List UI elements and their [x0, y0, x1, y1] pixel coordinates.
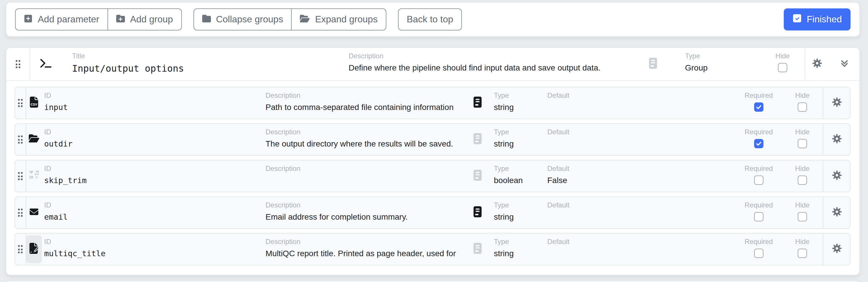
type-value[interactable]: string [494, 249, 542, 258]
parameter-row-outdir: IDoutdir DescriptionThe output directory… [14, 123, 850, 156]
default-label: Default [547, 92, 736, 100]
description-value[interactable]: Email address for completion summary. [266, 212, 466, 222]
group-title-label: Title [72, 52, 345, 61]
description-label: Description [266, 238, 466, 246]
toolbar: Add parameter Add group Collapse groups … [6, 2, 860, 37]
type-value[interactable]: boolean [494, 176, 542, 185]
group-description-value[interactable]: Define where the pipeline should find in… [349, 63, 633, 73]
expand-groups-button[interactable]: Expand groups [291, 8, 386, 31]
hide-label: Hide [795, 165, 809, 173]
id-value[interactable]: skip_trim [44, 176, 266, 185]
gear-icon [832, 207, 842, 219]
parameter-row-multiqc-title: IDmultiqc_title DescriptionMultiQC repor… [14, 233, 850, 266]
type-value[interactable]: string [494, 102, 542, 112]
add-button-group: Add parameter Add group [15, 8, 182, 31]
folder-open-icon [300, 14, 310, 25]
required-checkbox[interactable] [754, 212, 764, 221]
parameter-icon-button[interactable] [26, 235, 42, 263]
default-value[interactable]: False [547, 176, 736, 185]
group-toggle-button-group: Collapse groups Expand groups [193, 8, 386, 31]
description-label: Description [266, 129, 466, 137]
group-hide-checkbox[interactable] [778, 63, 787, 72]
default-label: Default [547, 238, 736, 246]
finished-label: Finished [807, 14, 842, 25]
row-drag-handle[interactable] [15, 161, 26, 192]
description-value[interactable]: The output directory where the results w… [266, 139, 466, 149]
description-value[interactable]: MultiQC report title. Printed as page he… [266, 249, 466, 258]
required-checkbox[interactable] [754, 249, 764, 258]
group-icon-button[interactable] [30, 48, 62, 80]
parameter-icon-button[interactable] [26, 199, 41, 226]
back-to-top-button[interactable]: Back to top [398, 8, 462, 31]
id-value[interactable]: input [44, 102, 266, 112]
type-label: Type [494, 238, 542, 246]
group-drag-handle[interactable] [6, 48, 30, 80]
folder-plus-icon [116, 14, 125, 25]
parameter-row-input: CSV IDinput DescriptionPath to comma-sep… [14, 87, 850, 119]
parameter-icon-button[interactable]: CSV [26, 89, 41, 117]
id-value[interactable]: email [44, 212, 266, 221]
hide-checkbox[interactable] [798, 102, 807, 112]
parameter-rows: CSV IDinput DescriptionPath to comma-sep… [6, 81, 859, 275]
group-hide-label: Hide [775, 52, 789, 61]
envelope-icon [29, 207, 39, 218]
hide-checkbox[interactable] [798, 212, 807, 221]
required-label: Required [745, 238, 773, 246]
id-value[interactable]: outdir [44, 139, 266, 148]
type-value[interactable]: string [494, 212, 542, 222]
hide-label: Hide [795, 202, 809, 210]
terminal-icon [39, 58, 52, 70]
required-checkbox[interactable] [754, 176, 764, 185]
row-settings-button[interactable] [823, 234, 850, 265]
collapse-groups-button[interactable]: Collapse groups [193, 8, 292, 31]
hide-checkbox[interactable] [798, 176, 807, 185]
required-checkbox[interactable] [754, 102, 764, 112]
row-drag-handle[interactable] [15, 197, 26, 228]
group-collapse-button[interactable] [829, 48, 859, 80]
help-text-icon [473, 133, 482, 146]
parameter-icon-button[interactable] [26, 162, 41, 190]
row-settings-button[interactable] [823, 197, 850, 228]
id-label: ID [44, 238, 266, 246]
finished-button[interactable]: Finished [783, 8, 850, 31]
required-checkbox[interactable] [754, 139, 764, 148]
grip-icon [18, 136, 23, 144]
group-description-label: Description [349, 52, 633, 61]
help-text-icon [473, 96, 482, 110]
group-settings-button[interactable] [805, 48, 829, 80]
description-value[interactable]: Path to comma-separated file containing … [266, 102, 466, 112]
row-drag-handle[interactable] [15, 124, 26, 155]
grip-icon [18, 209, 23, 217]
folder-open-icon [28, 134, 39, 145]
id-value[interactable]: multiqc_title [44, 249, 266, 258]
row-settings-button[interactable] [823, 161, 850, 192]
type-value[interactable]: string [494, 139, 542, 149]
row-drag-handle[interactable] [15, 234, 26, 265]
required-label: Required [745, 92, 773, 100]
description-label: Description [266, 165, 466, 173]
group-type-label: Type [685, 52, 761, 61]
parameter-icon-button[interactable] [26, 126, 41, 153]
check-square-icon [792, 14, 802, 25]
back-to-top-label: Back to top [407, 14, 453, 25]
gear-icon [832, 243, 842, 255]
id-label: ID [44, 165, 266, 173]
hide-checkbox[interactable] [798, 139, 807, 148]
svg-text:CSV: CSV [31, 102, 37, 106]
row-drag-handle[interactable] [15, 87, 26, 119]
hide-checkbox[interactable] [798, 249, 807, 258]
file-pen-icon [29, 243, 39, 256]
help-text-icon [473, 169, 482, 183]
default-label: Default [547, 165, 736, 173]
add-group-label: Add group [130, 14, 173, 25]
id-label: ID [44, 92, 266, 100]
row-settings-button[interactable] [823, 124, 850, 155]
add-group-button[interactable]: Add group [107, 8, 182, 31]
group-title-value[interactable]: Input/output options [72, 63, 345, 74]
schema-group-card: Title Input/output options Description D… [6, 47, 860, 275]
expand-groups-label: Expand groups [315, 14, 378, 25]
add-parameter-button[interactable]: Add parameter [15, 8, 108, 31]
row-settings-button[interactable] [823, 87, 850, 119]
gear-icon [832, 134, 842, 146]
folder-icon [202, 14, 211, 25]
